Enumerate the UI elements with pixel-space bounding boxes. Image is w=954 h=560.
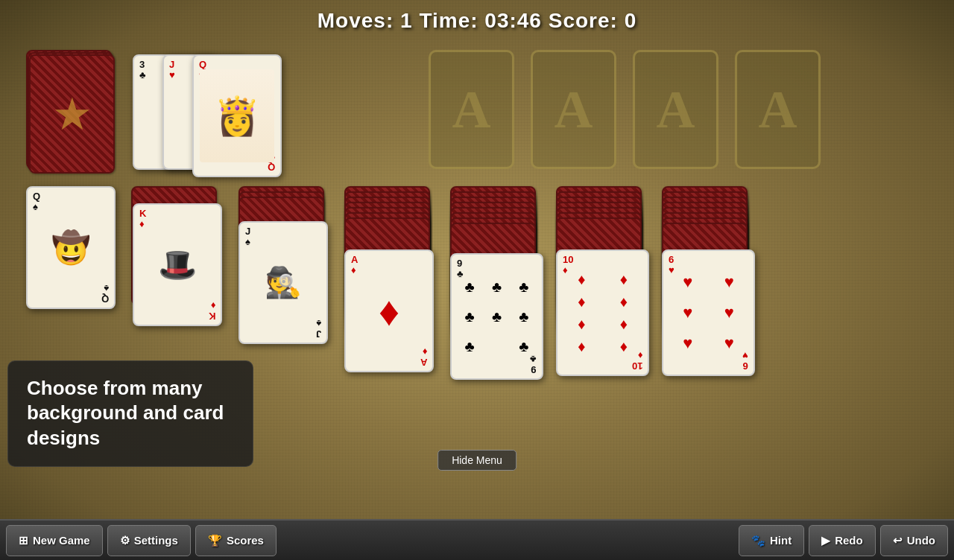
waste-card-qh[interactable]: Q♥ Q♥ 👸: [192, 54, 282, 177]
foundation-1-label: A: [452, 79, 491, 141]
undo-button[interactable]: ↩ Undo: [880, 525, 948, 556]
header: Moves: 1 Time: 03:46 Score: 0: [0, 0, 954, 41]
foundation-4[interactable]: A: [735, 50, 821, 169]
jack-spades-illustration: 🕵️: [244, 238, 323, 328]
scores-label: Scores: [227, 534, 264, 547]
foundation-2-label: A: [555, 79, 593, 141]
tableau-col1[interactable]: Q♠ Q♠ 🤠: [26, 186, 116, 309]
game-area: ★ 3♣ 3♣ J♥ J♥ ♥ Q♥ Q♥ 👸 A A A A Q♠: [0, 41, 954, 519]
settings-label: Settings: [134, 534, 178, 547]
info-box: Choose from many background and card des…: [7, 360, 253, 467]
col4-big-suit: ♦: [379, 287, 399, 335]
toolbar: ⊞ New Game ⚙ Settings 🏆 Scores 🐾 Hint ▶ …: [0, 519, 954, 560]
new-game-button[interactable]: ⊞ New Game: [6, 525, 103, 556]
toolbar-right: 🐾 Hint ▶ Redo ↩ Undo: [736, 525, 954, 556]
tableau-col3-face[interactable]: J♠ J♠ 🕵️: [238, 221, 328, 344]
tableau-col6-face[interactable]: 10♦ 10♦ ♦♦ ♦♦ ♦♦ ♦♦: [556, 249, 649, 376]
col4-rank-bot: A♦: [420, 346, 427, 367]
waste-card-3c-rank: 3♣: [139, 60, 146, 81]
hide-menu-button[interactable]: Hide Menu: [437, 450, 517, 471]
hint-label: Hint: [770, 534, 792, 547]
foundation-3-label: A: [657, 79, 695, 141]
foundation-2[interactable]: A: [531, 50, 616, 169]
foundation-3[interactable]: A: [633, 50, 718, 169]
king-diamonds-illustration: 🎩: [138, 220, 217, 310]
scores-icon: 🏆: [208, 534, 222, 547]
deck-star-icon: ★: [52, 88, 92, 140]
scores-button[interactable]: 🏆 Scores: [195, 525, 277, 556]
tableau-col4-face[interactable]: A♦ A♦ ♦: [344, 249, 434, 372]
tableau-col5-face[interactable]: 9♣ 9♣ ♣♣♣ ♣♣♣ ♣♣: [450, 253, 543, 380]
settings-icon: ⚙: [120, 534, 130, 547]
col5-suit-grid: ♣♣♣ ♣♣♣ ♣♣: [458, 273, 536, 360]
hint-button[interactable]: 🐾 Hint: [739, 525, 804, 556]
stock-pile[interactable]: ★: [26, 50, 116, 173]
toolbar-left: ⊞ New Game ⚙ Settings 🏆 Scores: [0, 525, 279, 556]
tableau-col7-face[interactable]: 6♥ 6♥ ♥♥ ♥♥ ♥♥: [662, 249, 755, 376]
queen-illustration: 👸: [200, 69, 274, 162]
col6-suit-grid: ♦♦ ♦♦ ♦♦ ♦♦: [562, 270, 643, 356]
game-stats: Moves: 1 Time: 03:46 Score: 0: [318, 9, 636, 33]
redo-button[interactable]: ▶ Redo: [809, 525, 876, 556]
settings-button[interactable]: ⚙ Settings: [107, 525, 191, 556]
hint-icon: 🐾: [751, 534, 765, 547]
redo-icon: ▶: [821, 534, 830, 547]
col7-suit-grid: ♥♥ ♥♥ ♥♥: [669, 270, 748, 356]
undo-label: Undo: [907, 534, 935, 547]
redo-label: Redo: [835, 534, 863, 547]
new-game-icon: ⊞: [19, 534, 28, 547]
new-game-label: New Game: [33, 534, 90, 547]
col4-rank: A♦: [351, 255, 358, 276]
undo-icon: ↩: [893, 534, 903, 547]
foundation-1[interactable]: A: [429, 50, 514, 169]
queen-spades-illustration: 🤠: [31, 203, 110, 293]
info-text: Choose from many background and card des…: [27, 376, 234, 451]
foundation-4-label: A: [759, 79, 797, 141]
tableau-col2-face[interactable]: K♦ K♦ 🎩: [133, 203, 222, 326]
